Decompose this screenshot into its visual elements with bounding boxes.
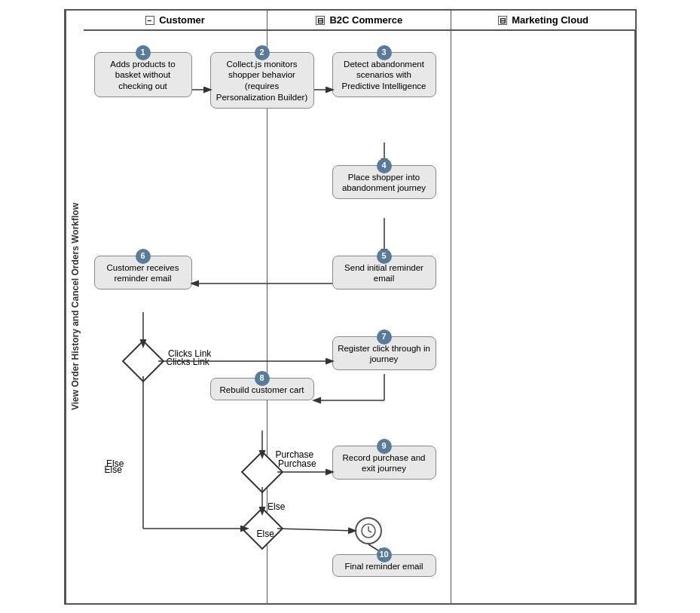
workflow-label: View Order History and Cancel Orders Wor… bbox=[66, 11, 84, 603]
step-10-label: Final reminder email bbox=[344, 562, 423, 571]
step-5: 5 Send initial reminder email bbox=[332, 256, 436, 290]
step-3-label: Detect abandonment scenarios with Predic… bbox=[342, 60, 426, 91]
timer-icon bbox=[355, 517, 382, 544]
step-2-number: 2 bbox=[255, 45, 270, 60]
col-label-mc: Marketing Cloud bbox=[512, 14, 588, 26]
step-1-number: 1 bbox=[136, 45, 151, 60]
step-2-label: Collect.js monitors shopper behavior (re… bbox=[216, 60, 307, 103]
step-5-label: Send initial reminder email bbox=[344, 263, 423, 284]
step-9: 9 Record purchase and exit journey bbox=[332, 446, 436, 480]
step-10: 10 Final reminder email bbox=[332, 554, 436, 578]
step-4-label: Place shopper into abandonment journey bbox=[342, 173, 426, 193]
else1-label: Else bbox=[105, 464, 122, 475]
step-8: 8 Rebuild customer cart bbox=[210, 378, 314, 401]
step-5-number: 5 bbox=[377, 249, 392, 264]
step-3-number: 3 bbox=[377, 45, 392, 60]
collapse-b2c-icon[interactable]: ⊟ bbox=[316, 16, 325, 25]
swimlane-b2c bbox=[267, 31, 451, 603]
svg-line-2 bbox=[368, 531, 371, 532]
step-10-number: 10 bbox=[377, 547, 392, 562]
step-1: 1 Adds products to basket without checki… bbox=[94, 52, 192, 98]
step-7-label: Register click through in journey bbox=[338, 344, 430, 364]
step-6-label: Customer receives reminder email bbox=[107, 263, 179, 284]
col-label-customer: Customer bbox=[159, 14, 205, 26]
swimlane-mc bbox=[451, 31, 635, 603]
purchase-label: Purchase bbox=[276, 449, 314, 460]
step-7-number: 7 bbox=[377, 329, 392, 345]
header-row: − Customer ⊟ B2C Commerce ⊟ Marketing Cl… bbox=[84, 11, 635, 31]
step-4: 4 Place shopper into abandonment journey bbox=[332, 165, 436, 200]
step-7: 7 Register click through in journey bbox=[332, 336, 436, 371]
step-8-number: 8 bbox=[255, 371, 270, 386]
step-3: 3 Detect abandonment scenarios with Pred… bbox=[332, 52, 436, 98]
collapse-customer-icon[interactable]: − bbox=[145, 16, 154, 25]
step-9-number: 9 bbox=[377, 439, 392, 454]
step-2: 2 Collect.js monitors shopper behavior (… bbox=[210, 52, 314, 109]
col-header-mc: ⊟ Marketing Cloud bbox=[451, 11, 634, 29]
swimlane-customer bbox=[84, 31, 267, 603]
col-header-customer: − Customer bbox=[84, 11, 267, 29]
content-area: 1 Adds products to basket without checki… bbox=[84, 31, 635, 603]
step-9-label: Record purchase and exit journey bbox=[343, 453, 426, 474]
clicks-link-label: Clicks Link bbox=[167, 357, 209, 367]
step-6: 6 Customer receives reminder email bbox=[94, 256, 192, 290]
step-8-label: Rebuild customer cart bbox=[220, 385, 304, 394]
step-6-number: 6 bbox=[136, 249, 151, 264]
step-1-label: Adds products to basket without checking… bbox=[110, 60, 175, 91]
collapse-mc-icon[interactable]: ⊟ bbox=[498, 16, 507, 25]
step-4-number: 4 bbox=[377, 158, 392, 173]
col-label-b2c: B2C Commerce bbox=[329, 14, 402, 26]
diagram-container: View Order History and Cancel Orders Wor… bbox=[64, 9, 637, 605]
else2-label: Else bbox=[257, 529, 274, 539]
columns-area: − Customer ⊟ B2C Commerce ⊟ Marketing Cl… bbox=[84, 11, 635, 603]
col-header-b2c: ⊟ B2C Commerce bbox=[267, 11, 451, 29]
